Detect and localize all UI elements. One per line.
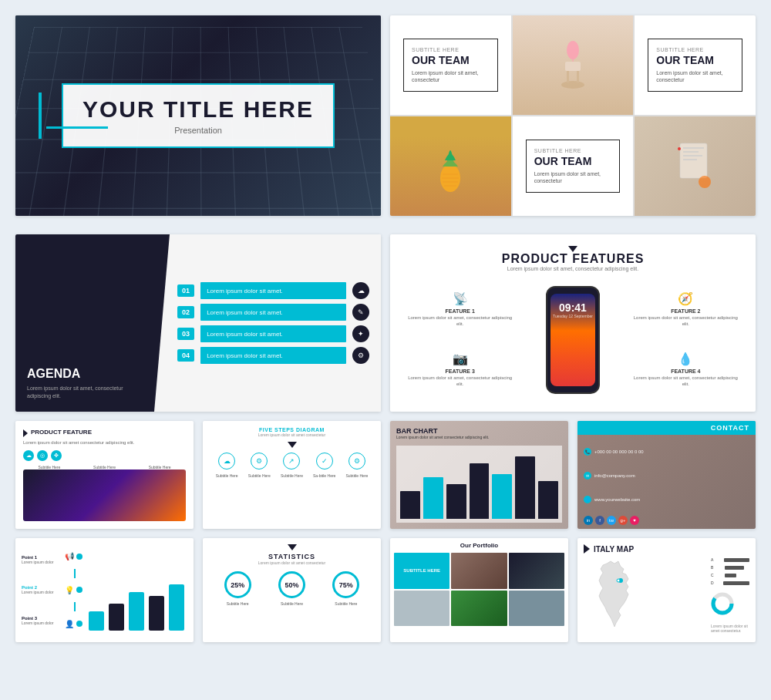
tl-icon-3: 👤 [65,620,74,628]
bar-2 [423,477,443,519]
italy-bar-1 [724,558,749,562]
triangle-indicator [568,246,577,252]
stat-label-1: Subtitle Here [222,601,253,606]
agenda-bar-3: Lorem ipsum dolor sit amet. [200,325,346,342]
steps-icons-row: ☁ ⚙ ↗ ✓ ⚙ [210,453,373,469]
step-icon-5: ⚙ [348,453,365,469]
twitter-icon: tw [607,516,616,525]
stat-value-2: 50% [284,581,298,589]
agenda-bar-text-2: Lorem ipsum dolor sit amet. [207,309,283,316]
feature-4-text: Lorem ipsum dolor sit amet, consectetur … [631,375,740,388]
pf-small-title: PRODUCT FEATURE [31,429,92,436]
stat-circle-1: 25% [224,571,251,598]
feature-1-icon: 📡 [406,291,514,306]
feature-1: 📡 FEATURE 1 Lorem ipsum dolor sit amet, … [406,291,514,328]
step-label-4: Sa-bttle Here [313,473,336,478]
contact-web: 🌐 www.yourwebsite.com [584,496,749,503]
stats-title: STATISTICS [210,553,373,560]
italy-map-slide: ITALY MAP A [577,538,756,642]
linkedin-icon: in [584,516,593,525]
five-steps-tri [288,442,297,448]
main-subtitle: Presentation [82,126,314,135]
contact-slide: CONTACT 📞 +000 00 00 000 00 0 00 ✉ info@… [577,421,756,529]
bc-area [396,446,562,523]
italy-content: A B C D [584,557,749,638]
contact-web-text: www.yourwebsite.com [594,497,640,502]
tl-bar-5 [169,584,184,631]
agenda-icon-3: ✦ [352,325,369,342]
bar-chart-slide: BAR CHART Lorem ipsum dolor sit amet con… [390,421,568,529]
stat-value-3: 75% [339,581,353,589]
step-label-1: Subtitle Here [215,473,238,478]
agenda-bar-text-4: Lorem ipsum dolor sit amet. [207,352,283,359]
svg-point-17 [699,176,711,188]
pf-label-2: Subtitle Here [79,465,131,469]
italy-bar-1-row: A [711,557,749,562]
agenda-num-3: 03 [177,328,194,340]
timeline-slide: Point 1 Lorem ipsum dolor Point 2 Lorem … [15,538,194,642]
svg-point-19 [617,579,620,582]
step-label-2: Subtitle Here [247,473,271,478]
phone-date: Tuesday 12 September [553,314,593,318]
tl-bar-1 [89,611,104,631]
portfolio-subtitle: SUBTITLE HERE [401,566,443,575]
italy-donut [711,592,749,618]
feature-2: 🧭 FEATURE 2 Lorem ipsum dolor sit amet, … [631,291,740,328]
phone-center: 09:41 Tuesday 12 September [518,279,627,400]
stat-value-1: 25% [231,581,244,589]
top-row: YOUR TITLE HERE Presentation SUBTITLE HE… [15,15,756,216]
tl-item-1: Point 1 Lorem ipsum dolor [22,555,62,564]
team-subtitle-2: SUBTITLE HERE [656,47,734,52]
tl-dot-2 [76,587,82,593]
feature-2-text: Lorem ipsum dolor sit amet, consectetur … [631,315,740,328]
feature-4: 💧 FEATURE 4 Lorem ipsum dolor sit amet, … [631,352,740,388]
pf-subtitle: Lorem ipsum dolor sit amet, consectetur … [406,266,740,271]
italy-subtitle: Lorem ipsum dolor sit amet consectetur. [711,624,749,633]
feature-4-name: FEATURE 4 [631,369,740,374]
contact-items: 📞 +000 00 00 000 00 0 00 ✉ info@company.… [577,435,756,516]
stat-circle-3: 75% [332,571,359,598]
tl-line-2 [74,602,76,611]
feature-3: 📷 FEATURE 3 Lorem ipsum dolor sit amet, … [406,352,514,388]
agenda-slide: AGENDA Lorem ipsum dolor sit amet, conse… [15,234,381,412]
italy-bar-4-row: D [711,581,749,585]
team-body-3: Lorem ipsum dolor sit amet, consectetur [534,170,612,184]
pf-triangle [23,429,28,437]
five-steps-title: FIVE STEPS DIAGRAM [210,427,373,432]
agenda-icon-2: ✎ [352,304,369,321]
italy-bar-3-row: C [711,573,749,577]
team-cell-3-border: SUBTITLE HERE OUR TEAM Lorem ipsum dolor… [648,39,742,93]
feature-2-name: FEATURE 2 [631,308,740,314]
five-steps-sub: Lorem ipsum dolor sit amet consectetur [210,432,373,437]
bar-7 [538,481,558,520]
pf-icon-1: ☁ [23,450,34,461]
statistics-slide: STATISTICS Lorem ipsum dolor sit amet co… [203,538,381,642]
stat-3: 75% Subtitle Here [331,571,362,606]
bar-5 [492,474,512,520]
agenda-bar-text-1: Lorem ipsum dolor sit amet. [207,288,283,294]
portfolio-title: Our Portfolio [390,538,568,553]
donut-chart [711,592,734,615]
team-cell-3: SUBTITLE HERE OUR TEAM Lorem ipsum dolor… [635,15,756,115]
portfolio-teal: SUBTITLE HERE [394,553,449,589]
team-cell-1-border: SUBTITLE HERE OUR TEAM Lorem ipsum dolor… [403,39,498,93]
portfolio-grid: SUBTITLE HERE [390,553,568,630]
stat-circle-2: 50% [278,571,305,598]
team-title-3: OUR TEAM [534,156,612,167]
italy-map-area [584,557,705,638]
steps-labels-row: Subtitle Here Subtitle Here Subtitle Her… [210,473,373,478]
teal-accent-bottom [46,126,108,129]
italy-bar-2-row: B [711,565,749,570]
feature-1-name: FEATURE 1 [406,308,514,314]
pf-label-1: Subtitle Here [23,465,76,469]
facebook-icon: f [595,516,604,525]
contact-email: ✉ info@company.com [584,472,749,480]
agenda-left: AGENDA Lorem ipsum dolor sit amet, conse… [15,234,154,412]
team-body-2: Lorem ipsum dolor sit amet, consectetur [656,69,734,83]
feature-1-text: Lorem ipsum dolor sit amet, consectetur … [406,315,514,328]
stat-label-2: Subtitle Here [276,601,307,606]
agenda-bar-4: Lorem ipsum dolor sit amet. [200,347,346,364]
feature-3-name: FEATURE 3 [406,369,514,374]
stats-row: 25% Subtitle Here 50% Subtitle Here 75% … [210,571,373,606]
pf-small-text: Lorem ipsum dolor sit amet consectetur a… [23,440,186,446]
